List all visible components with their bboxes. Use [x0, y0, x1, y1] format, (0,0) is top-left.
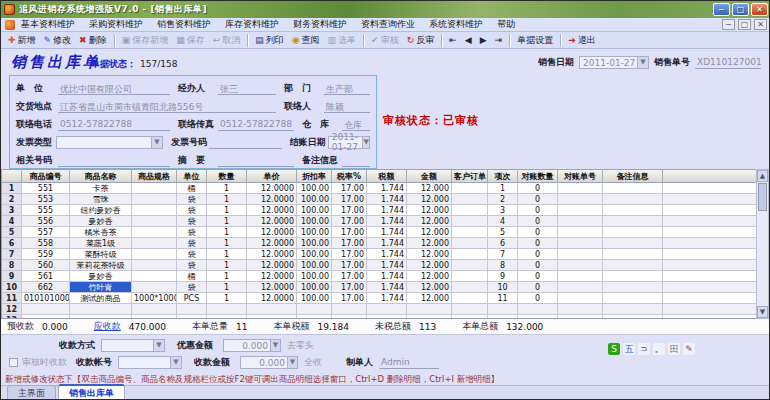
table-cell[interactable]: 1.744 [367, 205, 407, 216]
punctuation-icon[interactable]: 。 [653, 343, 665, 355]
table-cell[interactable] [603, 260, 663, 271]
table-cell[interactable]: 袋 [177, 216, 207, 227]
table-header-单价[interactable]: 单价 [247, 170, 297, 183]
table-cell[interactable]: 1.744 [367, 282, 407, 293]
maximize-button[interactable]: □ [732, 3, 749, 16]
pay-method-select[interactable]: ▼ [101, 339, 165, 352]
table-header-备注信息[interactable]: 备注信息 [603, 170, 663, 183]
table-cell[interactable]: 17.00 [332, 282, 367, 293]
table-cell[interactable]: 0 [518, 227, 558, 238]
table-cell[interactable] [558, 249, 603, 260]
table-cell[interactable]: 3 [2, 205, 22, 216]
table-cell[interactable]: 12.0000 [247, 238, 297, 249]
table-cell[interactable] [247, 304, 297, 315]
table-cell[interactable] [663, 304, 758, 315]
table-cell[interactable]: 橘米香茶 [70, 227, 132, 238]
table-cell[interactable]: 10 [488, 282, 518, 293]
table-cell[interactable] [132, 271, 177, 282]
table-cell[interactable]: 0 [518, 216, 558, 227]
table-cell[interactable] [452, 260, 488, 271]
table-cell[interactable] [70, 304, 132, 315]
table-cell[interactable]: 12.0000 [247, 282, 297, 293]
table-cell[interactable]: 0 [518, 194, 558, 205]
table-cell[interactable]: 100.00 [297, 249, 332, 260]
statusbar-tab-1[interactable]: 主界面 [7, 385, 56, 400]
table-cell[interactable]: 17.00 [332, 216, 367, 227]
table-cell[interactable] [207, 304, 247, 315]
table-cell[interactable]: 1 [207, 271, 247, 282]
table-cell[interactable] [558, 282, 603, 293]
menu-item-2[interactable]: 采购资料维护 [89, 18, 143, 31]
table-cell[interactable] [558, 227, 603, 238]
mdi-restore-icon[interactable]: □ [738, 19, 751, 30]
table-cell[interactable] [663, 194, 758, 205]
table-cell[interactable] [603, 194, 663, 205]
table-cell[interactable]: 袋 [177, 194, 207, 205]
table-cell[interactable] [603, 293, 663, 304]
table-cell[interactable] [407, 304, 452, 315]
table-cell[interactable]: 1 [207, 282, 247, 293]
table-cell[interactable]: 12.0000 [247, 271, 297, 282]
table-cell[interactable] [518, 304, 558, 315]
mdi-close-icon[interactable]: ✕ [754, 19, 767, 30]
agent-field[interactable]: 张三 [218, 82, 276, 95]
table-cell[interactable]: 555 [22, 205, 70, 216]
table-cell[interactable]: 10 [2, 282, 22, 293]
table-cell[interactable]: 100.00 [297, 238, 332, 249]
table-cell[interactable] [452, 227, 488, 238]
table-cell[interactable] [558, 183, 603, 194]
table-cell[interactable] [367, 304, 407, 315]
table-cell[interactable]: 0 [518, 271, 558, 282]
phone-field[interactable]: 0512-57822788 [58, 118, 170, 131]
table-cell[interactable]: 0 [518, 293, 558, 304]
table-cell[interactable]: 100.00 [297, 271, 332, 282]
sale-date-select[interactable]: 2011-01-27▼ [579, 56, 649, 69]
softkeyboard-icon[interactable]: 田 [668, 343, 680, 355]
scroll-up-icon[interactable]: ▲ [757, 170, 768, 182]
table-cell[interactable]: 17.00 [332, 205, 367, 216]
table-cell[interactable]: 12.0000 [247, 194, 297, 205]
table-cell[interactable] [603, 271, 663, 282]
table-cell[interactable] [558, 216, 603, 227]
table-cell[interactable] [558, 260, 603, 271]
table-cell[interactable]: 560 [22, 260, 70, 271]
table-cell[interactable]: 曼妙香 [70, 271, 132, 282]
table-cell[interactable] [488, 304, 518, 315]
summary-receivable-label[interactable]: 应收款 [94, 320, 121, 333]
table-cell[interactable]: 12.0000 [247, 205, 297, 216]
table-cell[interactable]: 1.744 [367, 194, 407, 205]
table-cell[interactable] [603, 205, 663, 216]
table-cell[interactable]: 1.744 [367, 271, 407, 282]
table-cell[interactable]: 竹叶青 [70, 282, 132, 293]
table-header-数量[interactable]: 数量 [207, 170, 247, 183]
table-cell[interactable] [558, 194, 603, 205]
table-cell[interactable]: 17.00 [332, 271, 367, 282]
toolbar-delete-button[interactable]: ✖删除 [75, 33, 111, 48]
account-select[interactable]: ▼ [118, 356, 182, 369]
toolbar-exit-button[interactable]: ➜退出 [564, 33, 600, 48]
menu-item-1[interactable]: 基本资料维护 [21, 18, 75, 31]
dept-field[interactable]: 生产部 [324, 82, 370, 95]
remark-field[interactable] [342, 154, 370, 167]
table-cell[interactable]: 1 [207, 238, 247, 249]
table-cell[interactable]: 1 [488, 183, 518, 194]
table-cell[interactable] [452, 183, 488, 194]
table-cell[interactable]: 100.00 [297, 227, 332, 238]
table-cell[interactable] [558, 293, 603, 304]
table-cell[interactable]: 0 [518, 249, 558, 260]
sale-no-field[interactable]: XD110127001 [695, 56, 761, 69]
toolbar-nav-prev-button[interactable]: ◀ [461, 35, 476, 46]
table-cell[interactable] [452, 205, 488, 216]
table-cell[interactable]: 1 [207, 293, 247, 304]
settle-date-select[interactable]: 2011-01-27▼ [328, 136, 370, 149]
table-cell[interactable]: 茉莉花茶特级 [70, 260, 132, 271]
table-cell[interactable]: 1.744 [367, 227, 407, 238]
invoice-no-field[interactable] [209, 136, 282, 149]
table-cell[interactable] [132, 282, 177, 293]
table-header-商品名称[interactable]: 商品名称 [70, 170, 132, 183]
table-header-商品规格[interactable]: 商品规格 [132, 170, 177, 183]
table-cell[interactable]: 卡茶 [70, 183, 132, 194]
table-cell[interactable] [663, 238, 758, 249]
table-cell[interactable] [663, 260, 758, 271]
table-cell[interactable]: 9 [2, 271, 22, 282]
